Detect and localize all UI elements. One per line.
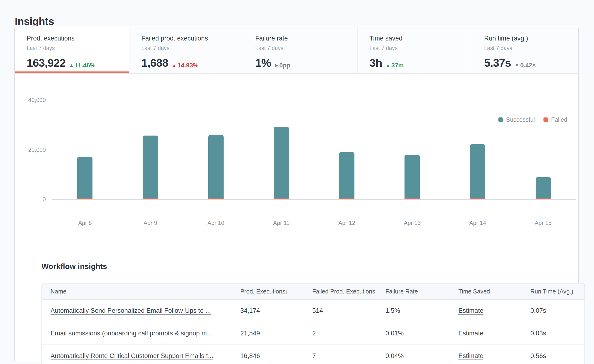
column-header-name[interactable]: Name xyxy=(42,288,240,295)
bar-apr-9 xyxy=(143,136,158,199)
metric-title: Run time (avg.) xyxy=(484,35,574,42)
table-row: Automatically Route Critical Customer Su… xyxy=(42,345,584,364)
bar-segment-successful xyxy=(536,177,551,199)
y-axis-tick-label: 20,000 xyxy=(19,146,46,153)
table-cell: 0.04% xyxy=(385,352,458,360)
bar-apr-14 xyxy=(470,144,485,199)
bar-apr-12 xyxy=(339,152,354,199)
column-header-failure-rate[interactable]: Failure Rate xyxy=(385,288,458,295)
table-cell: 34,174 xyxy=(240,307,312,314)
metric-delta-text: 0pp xyxy=(279,62,290,69)
table-cell: 7 xyxy=(312,352,385,360)
active-tab-underline xyxy=(15,72,129,73)
metric-delta-text: 14.93% xyxy=(177,62,198,69)
metric-value: 5.37s xyxy=(484,56,511,69)
executions-bar-chart xyxy=(52,100,576,199)
metric-value: 1,688 xyxy=(141,56,168,69)
x-axis-tick-label: Apr 12 xyxy=(338,220,355,226)
metric-title: Time saved xyxy=(370,35,467,42)
metric-card-prod-executions[interactable]: Prod. executionsLast 7 days163,922▲11.46… xyxy=(15,26,129,73)
metric-card-failure-rate[interactable]: Failure rateLast 7 days1%▶0pp xyxy=(243,26,358,73)
metric-delta: ▲14.93% xyxy=(172,62,199,69)
table-cell: 21,549 xyxy=(240,330,312,337)
metric-card-failed-prod-executions[interactable]: Failed prod. executionsLast 7 days1,688▲… xyxy=(129,26,243,73)
bar-segment-successful xyxy=(208,135,223,199)
metric-period: Last 7 days xyxy=(370,45,467,52)
gridline xyxy=(52,150,576,150)
column-header-prod-executions[interactable]: Prod. Executions↓ xyxy=(240,288,312,295)
y-axis-tick-label: 0 xyxy=(19,196,46,203)
bar-segment-successful xyxy=(470,144,485,199)
estimate-link[interactable]: Estimate xyxy=(458,352,483,359)
workflow-insights-title: Workflow insights xyxy=(41,262,107,271)
table-cell: 16,846 xyxy=(240,352,312,360)
x-axis-tick-label: Apr 10 xyxy=(207,220,224,226)
metric-value: 1% xyxy=(255,56,271,69)
column-header-run-time-avg-[interactable]: Run Time (Avg.) xyxy=(530,288,584,295)
metric-delta: ▶0pp xyxy=(275,62,290,69)
bar-segment-successful xyxy=(77,157,93,199)
table-cell: 0.03s xyxy=(530,330,584,337)
trend-down-icon: ▼ xyxy=(515,63,519,68)
workflow-name-link[interactable]: Automatically Send Personalized Email Fo… xyxy=(51,307,211,314)
metric-period: Last 7 days xyxy=(141,45,238,52)
x-axis-tick-label: Apr 15 xyxy=(535,220,552,226)
metric-period: Last 7 days xyxy=(255,45,352,52)
bar-segment-failed xyxy=(339,199,354,199)
bar-apr-10 xyxy=(208,135,223,199)
table-cell: 2 xyxy=(312,330,385,337)
table-cell: 0.07s xyxy=(530,307,584,314)
bar-segment-successful xyxy=(339,152,354,199)
metric-value: 3h xyxy=(370,56,382,69)
column-header-time-saved[interactable]: Time Saved xyxy=(458,288,530,295)
metric-delta: ▲37m xyxy=(386,62,404,69)
table-row: Automatically Send Personalized Email Fo… xyxy=(42,300,584,322)
bar-segment-failed xyxy=(143,199,158,199)
trend-up-icon: ▲ xyxy=(172,63,176,68)
metric-delta-text: 37m xyxy=(392,62,404,69)
workflow-name-link[interactable]: Automatically Route Critical Customer Su… xyxy=(51,352,213,359)
table-cell: 0.01% xyxy=(385,330,458,337)
metric-period: Last 7 days xyxy=(484,45,574,52)
table-cell: 1.5% xyxy=(385,307,458,314)
x-axis-tick-label: Apr 9 xyxy=(143,220,157,226)
table-cell: Email sumissions (onboarding call prompt… xyxy=(42,330,240,337)
table-cell: 514 xyxy=(312,307,385,314)
metric-value: 163,922 xyxy=(27,56,66,69)
metric-card-run-time-avg[interactable]: Run time (avg.)Last 7 days5.37s▼0.42s xyxy=(472,26,578,73)
table-cell: Estimate xyxy=(458,330,530,337)
y-axis-tick-label: 40,000 xyxy=(19,97,46,103)
bar-apr-8 xyxy=(77,157,93,199)
table-header-row: NameProd. Executions↓Failed Prod. Execut… xyxy=(42,284,584,300)
bar-segment-failed xyxy=(77,199,93,199)
x-axis-tick-label: Apr 8 xyxy=(78,220,92,226)
metric-period: Last 7 days xyxy=(27,45,124,52)
trend-up-icon: ▲ xyxy=(386,63,390,68)
bar-segment-failed xyxy=(208,199,223,199)
metric-card-time-saved[interactable]: Time savedLast 7 days3h▲37m xyxy=(358,26,472,73)
x-axis-tick-label: Apr 13 xyxy=(404,220,421,226)
x-axis-tick-label: Apr 14 xyxy=(469,220,486,226)
table-row: Email sumissions (onboarding call prompt… xyxy=(42,322,584,345)
bar-segment-failed xyxy=(405,199,420,199)
trend-neutral-icon: ▶ xyxy=(275,63,278,68)
estimate-link[interactable]: Estimate xyxy=(458,307,483,314)
metric-title: Failed prod. executions xyxy=(141,35,238,42)
bar-segment-failed xyxy=(274,199,289,199)
bar-segment-successful xyxy=(143,136,158,199)
metric-title: Prod. executions xyxy=(27,35,124,42)
bar-segment-failed xyxy=(536,199,551,199)
workflow-name-link[interactable]: Email sumissions (onboarding call prompt… xyxy=(51,330,212,337)
table-cell: Estimate xyxy=(458,307,530,314)
trend-up-icon: ▲ xyxy=(69,63,74,68)
metric-title: Failure rate xyxy=(255,35,352,42)
bar-segment-successful xyxy=(274,127,289,199)
bar-segment-successful xyxy=(405,155,420,199)
x-axis-line xyxy=(52,199,576,200)
table-cell: Estimate xyxy=(458,352,530,360)
estimate-link[interactable]: Estimate xyxy=(458,330,483,337)
sort-descending-icon: ↓ xyxy=(285,288,288,295)
table-cell: Automatically Route Critical Customer Su… xyxy=(42,352,240,360)
bar-apr-15 xyxy=(536,177,551,199)
column-header-failed-prod-executions[interactable]: Failed Prod. Executions xyxy=(312,288,385,295)
